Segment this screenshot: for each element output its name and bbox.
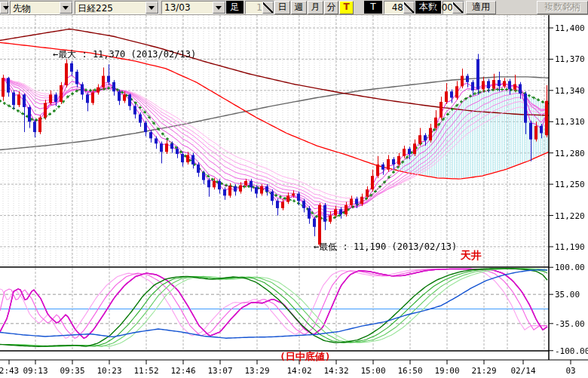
tick-count-spinner[interactable]: 48 [384, 1, 415, 14]
max-price-annotation: ←最大 : 11,370 (2013/02/13) [53, 48, 196, 61]
bar-count-spinner[interactable]: 3000 [443, 1, 464, 14]
period-minute-button[interactable]: 分 [324, 1, 338, 14]
dropdown-arrow-icon[interactable] [0, 2, 8, 14]
symbol-value: 日経225 [78, 2, 113, 15]
ceiling-annotation: 天井 [461, 249, 482, 263]
bar-type-label: 足 [226, 1, 243, 14]
min-price-annotation: ←最低 : 11,190 (2013/02/13) [314, 241, 457, 254]
apply-button[interactable]: 適用 [466, 1, 496, 14]
contract-month-select[interactable]: 13/03 [161, 1, 226, 14]
spinner-icon[interactable] [262, 2, 274, 14]
instrument-type-select[interactable]: 先物 [10, 1, 73, 14]
tick-count-label: T [364, 1, 382, 14]
dropdown-arrow-icon[interactable] [60, 2, 72, 14]
intraday-bottom-annotation: (日中底値) [280, 350, 331, 364]
bar-count-value: 3000 [430, 2, 453, 13]
hidden-combo-stub[interactable] [0, 1, 9, 14]
period-tick-button[interactable]: T [339, 1, 354, 14]
interval-spinner[interactable]: 1 [245, 1, 274, 14]
spinner-icon[interactable] [452, 2, 464, 14]
instrument-type-value: 先物 [13, 2, 31, 15]
tick-count-value: 48 [392, 2, 403, 13]
multi-symbol-button: 複数銘柄 [537, 1, 588, 14]
interval-value: 1 [256, 2, 262, 13]
period-month-button[interactable]: 月 [308, 1, 323, 14]
symbol-select[interactable]: 日経225 [75, 1, 159, 14]
period-day-button[interactable]: 日 [274, 1, 290, 14]
contract-month-value: 13/03 [164, 2, 191, 13]
dropdown-arrow-icon[interactable] [145, 2, 158, 14]
dropdown-arrow-icon[interactable] [213, 2, 225, 14]
toolbar: 先物 日経225 13/03 足 1 日 週 月 分 T T 48 本数 300… [0, 0, 588, 15]
period-week-button[interactable]: 週 [291, 1, 307, 14]
spinner-icon[interactable] [403, 2, 415, 14]
